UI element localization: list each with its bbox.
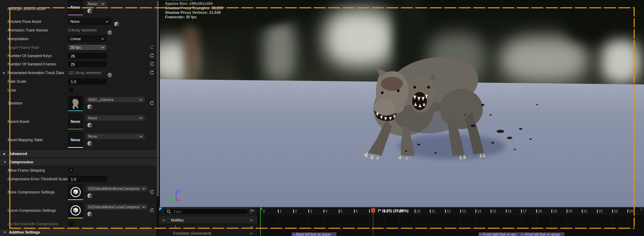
chevron-down-icon	[139, 134, 143, 138]
checkbox[interactable]	[68, 221, 74, 227]
frame-gridline	[278, 215, 278, 236]
asset-dropdown[interactable]: S2DefaultAnimBoneCompression	[86, 185, 148, 192]
timeline-ruler[interactable]: 0123456789101112131415161718192021222324	[257, 208, 644, 215]
property-label: Target Frame Rate	[8, 45, 39, 49]
property-label: Parent Asset	[8, 119, 29, 124]
track-row-1[interactable]: 1	[159, 224, 257, 230]
splatter-particle	[464, 114, 465, 115]
dropdown-target-frame-rate[interactable]: 30 fps	[68, 44, 107, 51]
reset-to-default-icon[interactable]	[150, 45, 154, 50]
range-end-marker[interactable]	[641, 208, 642, 211]
browse-to-asset-icon[interactable]	[87, 141, 92, 146]
asset-thumbnail[interactable]	[68, 203, 83, 217]
asset-dropdown[interactable]: S2DefaultAnimCurveCompression	[86, 204, 148, 210]
track-row-notifies[interactable]: Notifies	[159, 216, 257, 224]
expander-corner-icon[interactable]	[159, 208, 163, 211]
viewport-3d[interactable]: Z x UV Channels: 1 Approx Size: 249x161x…	[159, 0, 644, 207]
browse-to-asset-icon[interactable]	[87, 104, 92, 109]
ruler-tick-label: 1	[280, 209, 282, 213]
property-label: Allow Frame Stripping	[8, 168, 45, 172]
ruler-tick: 4	[324, 209, 327, 213]
reset-to-default-icon[interactable]	[150, 190, 154, 194]
dropdown-interpolation[interactable]: Linear	[68, 36, 107, 42]
property-row-rate-scale: Rate Scale1.0	[0, 77, 156, 86]
reset-to-default-icon[interactable]	[150, 53, 154, 58]
browse-to-asset-icon[interactable]	[87, 211, 92, 217]
browse-to-asset-icon[interactable]	[87, 8, 92, 13]
asset-type-underline	[68, 199, 83, 200]
ruler-tick: 19	[551, 209, 557, 213]
timeline-track-area[interactable]: 0123456789101112131415161718192021222324…	[257, 208, 644, 236]
checkbox[interactable]	[68, 87, 74, 93]
property-label: Asset Mapping Table	[8, 138, 43, 142]
notify-marker[interactable]: Front right foot on gro	[479, 233, 521, 236]
chevron-down-icon[interactable]	[162, 218, 165, 222]
track-label[interactable]: Footsteps (Generated)	[173, 231, 211, 235]
triangle-right-icon[interactable]: ▶	[3, 152, 6, 155]
triangle-right-icon[interactable]: ▶	[3, 71, 5, 74]
chevron-down-icon[interactable]	[250, 231, 253, 235]
chevron-down-icon[interactable]	[250, 225, 253, 229]
reset-to-default-icon[interactable]	[150, 70, 154, 75]
dropdown-preview-pose-asset[interactable]: None	[68, 18, 111, 25]
ruler-tick: 16	[506, 209, 511, 213]
asset-thumbnail[interactable]: None	[68, 0, 83, 14]
property-row-do-not-override-compression: Do Not Override Compression	[0, 220, 156, 228]
value-input[interactable]: 1.0	[68, 176, 107, 182]
browse-to-asset-icon[interactable]	[87, 193, 92, 198]
ruler-tick: 10	[415, 209, 420, 213]
ruler-tick-label: 15	[492, 209, 496, 213]
dropdown-value: 30 fps	[70, 45, 99, 49]
category-label: Advanced	[9, 152, 27, 156]
asset-dropdown[interactable]: None	[86, 133, 145, 139]
ruler-tick: 21	[582, 209, 587, 213]
notify-marker[interactable]: Back left foot on groun	[292, 233, 337, 236]
ruler-tick-label: 3	[310, 209, 312, 213]
track-filter[interactable]	[163, 209, 248, 215]
triangle-down-icon[interactable]: ▼	[3, 231, 6, 234]
stat-framerate: Framerate: 30 fps	[165, 15, 223, 19]
value-input[interactable]: 26	[68, 53, 107, 58]
asset-name: None	[88, 116, 137, 120]
asset-dropdown[interactable]: None	[86, 115, 145, 121]
asset-name: None	[88, 2, 99, 6]
asset-dropdown[interactable]: None	[86, 1, 107, 7]
chevron-down-icon[interactable]	[250, 218, 253, 222]
ruler-tick: 1	[278, 209, 282, 213]
chevron-down-icon	[139, 116, 143, 120]
asset-dropdown[interactable]: SKEL_chimera	[86, 97, 145, 103]
frame-gridline	[430, 215, 430, 236]
reset-to-default-icon[interactable]	[150, 101, 154, 106]
browse-to-asset-icon[interactable]	[87, 122, 92, 128]
track-row-footsteps[interactable]: Footsteps (Generated)	[159, 230, 257, 236]
background-foliage	[564, 0, 644, 43]
splatter-particle	[490, 114, 492, 116]
value-input[interactable]: 1.0	[68, 79, 107, 84]
asset-thumbnail[interactable]	[68, 185, 83, 199]
track-filter-input[interactable]	[173, 209, 237, 214]
triangle-down-icon[interactable]: ▼	[3, 161, 6, 164]
playhead-marker[interactable]	[371, 208, 375, 213]
property-row-resampled-animation-track-data: ▶Resampled Animation Track Data121 Array…	[0, 69, 156, 77]
ruler-tick: 2	[293, 209, 297, 213]
asset-thumbnail[interactable]	[68, 96, 83, 110]
notify-marker[interactable]: Front left foot on groun	[521, 233, 564, 236]
value-input[interactable]: 25	[68, 61, 107, 67]
track-label[interactable]: 1	[174, 225, 176, 229]
chimera-model[interactable]	[362, 52, 487, 159]
property-label: Do Not Override Compression	[8, 222, 58, 226]
checkbox[interactable]: ✓	[68, 167, 74, 173]
asset-thumbnail[interactable]: None	[68, 114, 83, 128]
reset-to-default-icon[interactable]	[150, 208, 154, 213]
gizmo-z-label: Z	[177, 189, 180, 193]
reset-to-default-icon[interactable]	[150, 62, 154, 66]
scrollbar-thumb[interactable]	[157, 1, 159, 197]
frame-gridline	[460, 215, 461, 236]
track-label[interactable]: Notifies	[171, 218, 184, 222]
details-scrollbar[interactable]	[156, 0, 159, 236]
asset-type-underline	[68, 110, 83, 111]
range-start-marker[interactable]	[260, 208, 261, 236]
notify-count-badge: 7*	[250, 209, 254, 214]
asset-thumbnail[interactable]: None	[68, 133, 83, 147]
property-label: Bone Compression Settings	[8, 190, 55, 194]
